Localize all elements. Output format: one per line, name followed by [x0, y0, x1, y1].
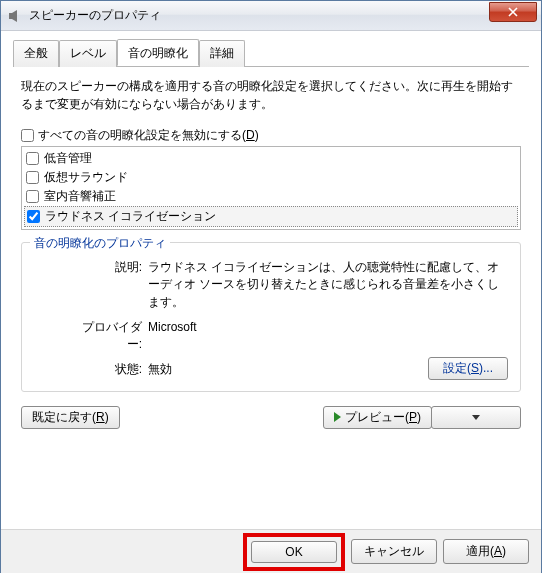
enhancement-label: ラウドネス イコライゼーション [45, 208, 216, 225]
tab-level[interactable]: レベル [59, 40, 117, 67]
ok-highlight: OK [243, 533, 345, 571]
speaker-icon [7, 8, 23, 24]
close-icon [508, 7, 518, 17]
svg-marker-1 [12, 10, 17, 22]
preview-button[interactable]: プレビュー(P) [323, 406, 432, 429]
disable-all-label[interactable]: すべての音の明瞭化設定を無効にする(D) [38, 127, 259, 144]
chevron-down-icon [472, 415, 480, 420]
enhancement-label: 仮想サラウンド [44, 169, 128, 186]
desc-value: ラウドネス イコライゼーションは、人の聴覚特性に配慮して、オーディオ ソースを切… [148, 259, 504, 311]
preview-split-button: プレビュー(P) [323, 406, 521, 429]
mid-button-row: 既定に戻す(R) プレビュー(P) [21, 406, 521, 429]
content-area: 全般 レベル 音の明瞭化 詳細 現在のスピーカーの構成を適用する音の明瞭化設定を… [1, 31, 541, 529]
group-title: 音の明瞭化のプロパティ [30, 235, 170, 252]
tab-enhancements[interactable]: 音の明瞭化 [117, 39, 199, 66]
list-item[interactable]: 仮想サラウンド [24, 168, 518, 187]
description-text: 現在のスピーカーの構成を適用する音の明瞭化設定を選択してください。次に再生を開始… [21, 77, 521, 113]
play-icon [334, 412, 341, 422]
close-button[interactable] [489, 2, 537, 22]
properties-dialog: スピーカーのプロパティ 全般 レベル 音の明瞭化 詳細 現在のスピーカーの構成を… [0, 0, 542, 573]
status-label: 状態: [72, 361, 148, 378]
restore-defaults-button[interactable]: 既定に戻す(R) [21, 406, 120, 429]
apply-button[interactable]: 適用(A) [443, 539, 529, 564]
enhancement-label: 低音管理 [44, 150, 92, 167]
provider-value: Microsoft [148, 319, 504, 353]
cancel-button[interactable]: キャンセル [351, 539, 437, 564]
enhancement-checkbox[interactable] [26, 152, 39, 165]
svg-rect-0 [9, 13, 12, 19]
status-value: 無効 [148, 361, 504, 378]
enhancement-checkbox[interactable] [26, 190, 39, 203]
tab-general[interactable]: 全般 [13, 40, 59, 67]
enhancement-label: 室内音響補正 [44, 188, 116, 205]
enhancement-checkbox[interactable] [26, 171, 39, 184]
window-title: スピーカーのプロパティ [29, 7, 489, 24]
list-item[interactable]: 低音管理 [24, 149, 518, 168]
provider-label: プロバイダー: [72, 319, 148, 353]
tab-strip: 全般 レベル 音の明瞭化 詳細 [13, 39, 529, 67]
disable-all-row: すべての音の明瞭化設定を無効にする(D) [21, 127, 521, 144]
disable-all-checkbox[interactable] [21, 129, 34, 142]
tab-advanced[interactable]: 詳細 [199, 40, 245, 67]
list-item[interactable]: 室内音響補正 [24, 187, 518, 206]
desc-label: 説明: [72, 259, 148, 311]
dialog-footer: OK キャンセル 適用(A) [1, 529, 541, 573]
enhancement-checkbox[interactable] [27, 210, 40, 223]
preview-dropdown-button[interactable] [431, 406, 521, 429]
titlebar: スピーカーのプロパティ [1, 1, 541, 31]
ok-button[interactable]: OK [251, 541, 337, 563]
properties-group: 音の明瞭化のプロパティ 説明: ラウドネス イコライゼーションは、人の聴覚特性に… [21, 242, 521, 392]
enhancements-list[interactable]: 低音管理 仮想サラウンド 室内音響補正 ラウドネス イコライゼーション [21, 146, 521, 230]
list-item[interactable]: ラウドネス イコライゼーション [24, 206, 518, 227]
